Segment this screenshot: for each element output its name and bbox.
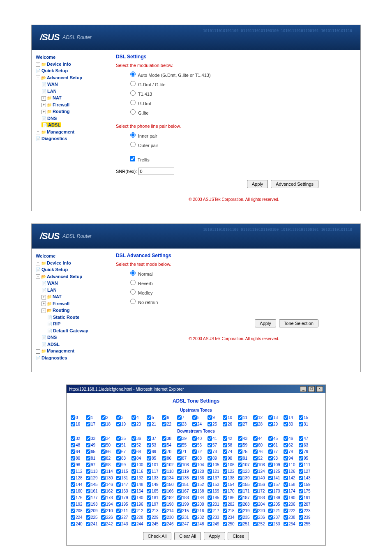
- check-all-button[interactable]: Check All: [143, 532, 172, 540]
- tone-76-checkbox[interactable]: [253, 449, 258, 454]
- tone-13-checkbox[interactable]: [268, 415, 273, 420]
- tone-223[interactable]: 223: [299, 507, 314, 514]
- tone-121[interactable]: 121: [208, 468, 223, 474]
- tone-87-checkbox[interactable]: [177, 456, 182, 461]
- nav-advanced-setup[interactable]: Advanced Setup: [41, 75, 82, 80]
- tone-122[interactable]: 122: [223, 468, 238, 474]
- tone-226-checkbox[interactable]: [101, 515, 106, 520]
- tone-213[interactable]: 213: [147, 507, 162, 514]
- tone-165-checkbox[interactable]: [147, 489, 151, 493]
- tone-selection-button[interactable]: Tone Selection: [279, 319, 318, 327]
- tone-157-checkbox[interactable]: [268, 482, 273, 487]
- tone-79[interactable]: 79: [299, 448, 314, 455]
- collapse-icon[interactable]: -: [42, 309, 46, 313]
- tone-113-checkbox[interactable]: [86, 469, 90, 474]
- tone-41-checkbox[interactable]: [208, 436, 212, 441]
- tone-67-checkbox[interactable]: [116, 449, 121, 454]
- tone-194[interactable]: 194: [101, 501, 116, 507]
- tone-8[interactable]: 8: [192, 414, 208, 421]
- tone-213-checkbox[interactable]: [147, 509, 151, 513]
- tone-14-checkbox[interactable]: [284, 415, 288, 420]
- tone-12-checkbox[interactable]: [253, 415, 258, 420]
- tone-204[interactable]: 204: [253, 501, 268, 507]
- tone-124[interactable]: 124: [253, 468, 268, 474]
- snr-input[interactable]: [138, 168, 174, 175]
- expand-icon[interactable]: +: [42, 110, 46, 114]
- tone-131-checkbox[interactable]: [116, 476, 121, 480]
- tone-26-checkbox[interactable]: [223, 422, 227, 426]
- tone-30[interactable]: 30: [284, 421, 299, 427]
- tone-47-checkbox[interactable]: [299, 436, 303, 441]
- tone-81-checkbox[interactable]: [86, 456, 90, 461]
- tone-75-checkbox[interactable]: [238, 449, 242, 454]
- tone-8-checkbox[interactable]: [192, 415, 197, 420]
- tone-198-checkbox[interactable]: [162, 502, 166, 507]
- tone-182-checkbox[interactable]: [162, 495, 166, 500]
- tone-104[interactable]: 104: [192, 461, 208, 468]
- tone-107-checkbox[interactable]: [238, 463, 242, 467]
- tone-168[interactable]: 168: [192, 488, 208, 494]
- tone-110[interactable]: 110: [284, 461, 299, 468]
- tone-19[interactable]: 19: [116, 421, 131, 427]
- tone-85-checkbox[interactable]: [147, 456, 151, 461]
- tone-248[interactable]: 248: [192, 520, 208, 527]
- nav-firewall[interactable]: Firewall: [47, 301, 69, 306]
- tone-61-checkbox[interactable]: [268, 443, 273, 447]
- tone-252[interactable]: 252: [253, 520, 268, 527]
- tone-212[interactable]: 212: [131, 507, 147, 514]
- tone-44[interactable]: 44: [253, 435, 268, 442]
- tone-51[interactable]: 51: [116, 442, 131, 448]
- tone-34[interactable]: 34: [101, 435, 116, 442]
- radio-no-retrain[interactable]: No retrain: [128, 300, 158, 305]
- tone-238[interactable]: 238: [284, 514, 299, 520]
- tone-104-checkbox[interactable]: [192, 463, 197, 467]
- tone-199-checkbox[interactable]: [177, 502, 182, 507]
- apply-button[interactable]: Apply: [247, 180, 268, 188]
- tone-230-checkbox[interactable]: [162, 515, 166, 520]
- tone-135[interactable]: 135: [177, 474, 192, 481]
- nav-adsl[interactable]: ADSL: [42, 342, 60, 347]
- tone-94-checkbox[interactable]: [284, 456, 288, 461]
- radio-gdmt-glite[interactable]: G.Dmt / G.lite: [128, 82, 166, 87]
- tone-241[interactable]: 241: [86, 520, 101, 527]
- tone-225[interactable]: 225: [86, 514, 101, 520]
- tone-234-checkbox[interactable]: [223, 515, 227, 520]
- tone-72-checkbox[interactable]: [192, 449, 197, 454]
- tone-224-checkbox[interactable]: [71, 515, 75, 520]
- tone-75[interactable]: 75: [238, 448, 253, 455]
- tone-216[interactable]: 216: [192, 507, 208, 514]
- tone-163[interactable]: 163: [116, 488, 131, 494]
- expand-icon[interactable]: +: [42, 96, 46, 101]
- nav-quick-setup[interactable]: Quick Setup: [36, 267, 68, 272]
- tone-143[interactable]: 143: [299, 474, 314, 481]
- collapse-icon[interactable]: -: [36, 76, 40, 80]
- tone-92[interactable]: 92: [253, 455, 268, 461]
- tone-121-checkbox[interactable]: [208, 469, 212, 474]
- tone-99-checkbox[interactable]: [116, 463, 121, 467]
- tone-74[interactable]: 74: [223, 448, 238, 455]
- expand-icon[interactable]: +: [42, 103, 46, 107]
- tone-184[interactable]: 184: [192, 494, 208, 501]
- tone-244[interactable]: 244: [131, 520, 147, 527]
- tone-45[interactable]: 45: [268, 435, 284, 442]
- tone-113[interactable]: 113: [86, 468, 101, 474]
- nav-routing[interactable]: Routing: [47, 109, 70, 114]
- radio-reverb[interactable]: Reverb: [128, 281, 153, 286]
- tone-180[interactable]: 180: [131, 494, 147, 501]
- tone-180-checkbox[interactable]: [131, 495, 136, 500]
- trellis-checkbox[interactable]: Trellis: [128, 157, 150, 162]
- tone-156[interactable]: 156: [253, 481, 268, 488]
- tone-88[interactable]: 88: [192, 455, 208, 461]
- tone-73[interactable]: 73: [208, 448, 223, 455]
- nav-welcome[interactable]: Welcome: [36, 253, 55, 258]
- tone-171[interactable]: 171: [238, 488, 253, 494]
- tone-150-checkbox[interactable]: [162, 482, 166, 487]
- radio-gdmt[interactable]: G.Dmt: [128, 101, 151, 106]
- tone-109[interactable]: 109: [268, 461, 284, 468]
- tone-233[interactable]: 233: [208, 514, 223, 520]
- radio-normal[interactable]: Normal: [128, 272, 153, 276]
- tone-228-checkbox[interactable]: [131, 515, 136, 520]
- tone-133[interactable]: 133: [147, 474, 162, 481]
- tone-209[interactable]: 209: [86, 507, 101, 514]
- tone-70[interactable]: 70: [162, 448, 177, 455]
